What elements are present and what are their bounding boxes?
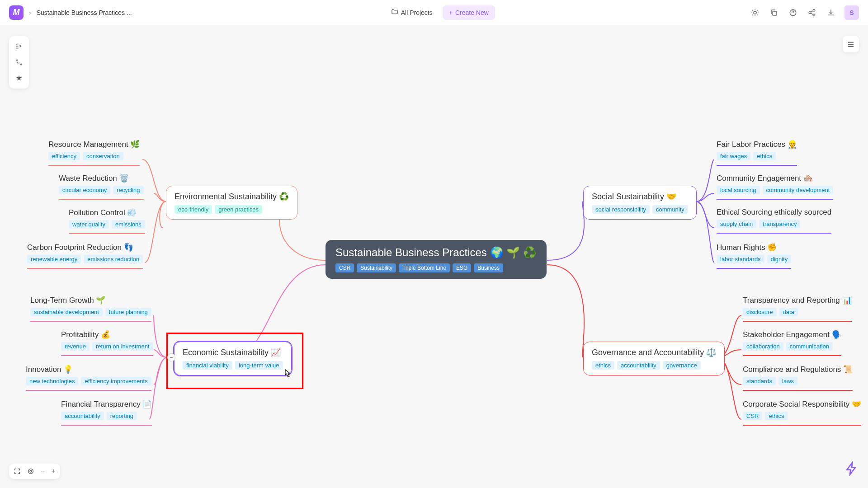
tag[interactable]: reporting: [107, 412, 137, 420]
tag[interactable]: revenue: [61, 342, 90, 351]
leaf-title: Pollution Control 💨: [69, 208, 145, 217]
leaf-transparency-reporting[interactable]: Transparency and Reporting 📊 disclosured…: [743, 296, 852, 322]
tag[interactable]: dignity: [767, 255, 792, 263]
leaf-human-rights[interactable]: Human Rights ✊ labor standardsdignity: [717, 243, 791, 269]
branch-tool-icon[interactable]: [13, 56, 25, 69]
tag[interactable]: data: [779, 308, 798, 316]
collapse-toggle[interactable]: –: [167, 353, 175, 361]
branch-title: Environmental Sustainability ♻️: [175, 192, 289, 202]
leaf-financial-transparency[interactable]: Financial Transparency 📄 accountabilityr…: [61, 399, 152, 426]
tag[interactable]: eco-friendly: [175, 205, 212, 214]
app-header: M › Sustainable Business Practices ... A…: [0, 0, 868, 25]
tag[interactable]: disclosure: [743, 308, 777, 316]
root-tag[interactable]: CSR: [335, 263, 354, 272]
tag[interactable]: supply chain: [717, 220, 756, 228]
root-tag[interactable]: ESG: [453, 263, 471, 272]
tag[interactable]: CSR: [743, 412, 762, 420]
branch-environmental[interactable]: Environmental Sustainability ♻️ eco-frie…: [166, 186, 297, 220]
leaf-profitability[interactable]: Profitability 💰 revenuereturn on investm…: [61, 330, 153, 356]
left-toolbar: [9, 36, 29, 89]
breadcrumb-title[interactable]: Sustainable Business Practices ...: [37, 9, 132, 16]
leaf-resource-management[interactable]: Resource Management 🌿 efficiencyconserva…: [48, 140, 140, 166]
root-tag[interactable]: Triple Bottom Line: [399, 263, 450, 272]
tag[interactable]: accountability: [617, 361, 660, 370]
tag[interactable]: labor standards: [717, 255, 764, 263]
tag[interactable]: long-term value: [235, 361, 283, 370]
tag[interactable]: efficiency improvements: [81, 377, 151, 385]
leaf-pollution-control[interactable]: Pollution Control 💨 water qualityemissio…: [69, 208, 145, 234]
branch-social[interactable]: Social Sustainability 🤝 social responsib…: [583, 186, 697, 220]
leaf-fair-labor[interactable]: Fair Labor Practices 👷 fair wagesethics: [717, 140, 797, 166]
svg-point-6: [30, 470, 32, 472]
tag[interactable]: water quality: [69, 220, 109, 229]
copy-icon[interactable]: [769, 7, 779, 18]
leaf-carbon-footprint[interactable]: Carbon Footprint Reduction 👣 renewable e…: [27, 243, 143, 269]
root-node[interactable]: Sustainable Business Practices 🌍 🌱 ♻️ CS…: [326, 240, 547, 279]
tag[interactable]: return on investment: [92, 342, 153, 351]
user-avatar[interactable]: S: [844, 5, 859, 20]
tag[interactable]: emissions reduction: [84, 255, 143, 263]
tag[interactable]: fair wages: [717, 152, 750, 160]
zoom-in-icon[interactable]: +: [51, 467, 55, 475]
root-tag[interactable]: Business: [474, 263, 503, 272]
leaf-waste-reduction[interactable]: Waste Reduction 🗑️ circular economyrecyc…: [59, 174, 144, 200]
tag[interactable]: accountability: [61, 412, 104, 420]
download-icon[interactable]: [826, 7, 836, 18]
branch-title: Governance and Accountability ⚖️: [592, 347, 716, 357]
tag[interactable]: renewable energy: [27, 255, 81, 263]
bolt-icon[interactable]: [844, 461, 859, 479]
branch-title: Economic Sustainability 📈: [183, 347, 283, 357]
tag[interactable]: governance: [663, 361, 701, 370]
layout-tool-icon[interactable]: [13, 40, 25, 52]
tag[interactable]: emissions: [112, 220, 145, 229]
tag[interactable]: communication: [786, 342, 833, 351]
root-tag[interactable]: Sustainability: [357, 263, 396, 272]
share-icon[interactable]: [807, 7, 817, 18]
tag[interactable]: community: [652, 205, 688, 214]
tag[interactable]: new technologies: [26, 377, 78, 385]
help-icon[interactable]: [788, 7, 798, 18]
tag[interactable]: circular economy: [59, 186, 110, 194]
center-icon[interactable]: [27, 468, 34, 475]
tag[interactable]: laws: [778, 377, 797, 385]
branch-governance[interactable]: Governance and Accountability ⚖️ ethics …: [583, 342, 725, 375]
tag[interactable]: future planning: [105, 308, 151, 316]
leaf-stakeholder-engagement[interactable]: Stakeholder Engagement 🗣️ collaborationc…: [743, 330, 841, 356]
tag[interactable]: community development: [763, 186, 834, 194]
all-projects-link[interactable]: All Projects: [387, 5, 437, 19]
tag[interactable]: collaboration: [743, 342, 783, 351]
leaf-title: Compliance and Regulations 📜: [743, 365, 853, 374]
leaf-ethical-sourcing[interactable]: Ethical Sourcing ethically sourced suppl…: [717, 208, 831, 234]
theme-icon[interactable]: [750, 7, 760, 18]
leaf-long-term-growth[interactable]: Long-Term Growth 🌱 sustainable developme…: [30, 296, 151, 322]
tag[interactable]: ethics: [765, 412, 788, 420]
tag[interactable]: local sourcing: [717, 186, 760, 194]
star-tool-icon[interactable]: [13, 72, 25, 85]
tag[interactable]: ethics: [753, 152, 776, 160]
menu-toggle[interactable]: [843, 36, 859, 52]
tag[interactable]: sustainable development: [30, 308, 103, 316]
fullscreen-icon[interactable]: [14, 468, 21, 475]
leaf-title: Long-Term Growth 🌱: [30, 296, 151, 305]
leaf-community-engagement[interactable]: Community Engagement 🏘️ local sourcingco…: [717, 174, 833, 200]
tag[interactable]: efficiency: [48, 152, 80, 160]
tag[interactable]: financial viability: [183, 361, 232, 370]
mindmap-canvas[interactable]: Sustainable Business Practices 🌍 🌱 ♻️ CS…: [0, 25, 868, 488]
leaf-title: Carbon Footprint Reduction 👣: [27, 243, 143, 252]
tag[interactable]: transparency: [759, 220, 800, 228]
tag[interactable]: standards: [743, 377, 776, 385]
leaf-compliance-regulations[interactable]: Compliance and Regulations 📜 standardsla…: [743, 365, 853, 391]
tag[interactable]: green practices: [215, 205, 262, 214]
tag[interactable]: social responsibility: [592, 205, 650, 214]
zoom-out-icon[interactable]: −: [41, 467, 45, 475]
branch-economic[interactable]: Economic Sustainability 📈 financial viab…: [174, 342, 292, 375]
tag[interactable]: conservation: [83, 152, 123, 160]
leaf-innovation[interactable]: Innovation 💡 new technologiesefficiency …: [26, 365, 151, 391]
app-logo[interactable]: M: [9, 5, 24, 20]
create-new-button[interactable]: + Create New: [443, 5, 495, 20]
branch-tags: social responsibility community: [592, 205, 688, 214]
header-right: S: [750, 5, 859, 20]
leaf-csr[interactable]: Corporate Social Responsibility 🤝 CSReth…: [743, 399, 861, 426]
tag[interactable]: recycling: [113, 186, 143, 194]
tag[interactable]: ethics: [592, 361, 614, 370]
